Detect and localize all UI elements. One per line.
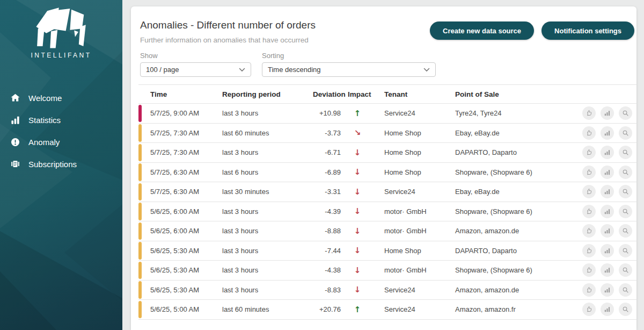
severity-bar — [138, 281, 142, 299]
row-actions — [576, 303, 636, 316]
thumbs-up-icon — [585, 227, 593, 235]
bar-chart-icon — [603, 109, 611, 117]
search-button[interactable] — [619, 244, 632, 257]
thumbs-up-button[interactable] — [582, 244, 596, 257]
sidebar-item-label: Subscriptions — [28, 160, 77, 169]
table-row: 5/6/25, 5:30 AM last 3 hours -4.38 ↓ mot… — [138, 261, 636, 281]
bar-chart-button[interactable] — [601, 244, 614, 257]
bar-chart-button[interactable] — [601, 166, 614, 179]
thumbs-up-button[interactable] — [582, 205, 596, 218]
sidebar-item-welcome[interactable]: Welcome — [0, 87, 122, 109]
row-deviation: -7.44 — [313, 247, 341, 255]
page-size-value: 100 / page — [146, 66, 179, 74]
search-button[interactable] — [619, 126, 632, 140]
bar-chart-icon — [603, 188, 611, 196]
row-time: 5/6/25, 5:00 AM — [138, 305, 222, 313]
table-row: 5/7/25, 7:30 AM last 60 minutes -3.73 ↘ … — [138, 124, 636, 144]
search-button[interactable] — [619, 263, 632, 277]
row-deviation: +10.98 — [313, 109, 341, 117]
bar-chart-icon — [603, 207, 611, 216]
bar-chart-icon — [603, 168, 611, 176]
table-header-row: Time Reporting period Deviation Impact T… — [138, 84, 636, 104]
thumbs-up-button[interactable] — [582, 146, 596, 159]
search-button[interactable] — [619, 166, 632, 179]
row-tenant: Home Shop — [374, 148, 445, 156]
row-reporting-period: last 3 hours — [222, 266, 313, 274]
thumbs-up-button[interactable] — [582, 126, 596, 140]
search-icon — [621, 207, 630, 216]
row-actions — [576, 224, 636, 238]
sidebar-item-anomaly[interactable]: Anomaly — [0, 131, 122, 153]
search-icon — [621, 168, 630, 176]
thumbs-up-button[interactable] — [582, 224, 596, 238]
bar-chart-icon — [603, 227, 611, 235]
bar-chart-icon — [10, 115, 20, 126]
impact-arrow: ↓ — [341, 285, 374, 295]
bar-chart-icon — [603, 148, 611, 156]
thumbs-up-button[interactable] — [582, 303, 596, 316]
row-time: 5/7/25, 7:30 AM — [138, 129, 222, 137]
row-reporting-period: last 3 hours — [222, 227, 313, 235]
row-time: 5/7/25, 9:00 AM — [138, 109, 222, 117]
sidebar-item-subscriptions[interactable]: Subscriptions — [0, 153, 122, 175]
bar-chart-button[interactable] — [601, 283, 614, 297]
row-actions — [576, 244, 636, 257]
row-reporting-period: last 30 minutes — [222, 188, 313, 196]
row-tenant: Home Shop — [374, 247, 445, 255]
search-button[interactable] — [619, 303, 632, 316]
impact-arrow: ↓ — [341, 266, 374, 275]
row-reporting-period: last 3 hours — [222, 247, 313, 255]
thumbs-up-button[interactable] — [582, 263, 596, 277]
row-tenant: motor· GmbH — [374, 227, 445, 235]
bar-chart-button[interactable] — [601, 106, 614, 120]
search-icon — [621, 148, 630, 156]
column-header-point-of-sale: Point of Sale — [445, 90, 576, 98]
row-actions — [576, 185, 636, 198]
row-time: 5/6/25, 6:00 AM — [138, 207, 222, 216]
search-button[interactable] — [619, 283, 632, 297]
table-row: 5/6/25, 5:00 AM last 60 minutes +20.76 ↑… — [138, 300, 636, 320]
bar-chart-button[interactable] — [601, 303, 614, 316]
table-row: 5/7/25, 6:30 AM last 6 hours -6.89 ↓ Hom… — [138, 163, 636, 183]
page-size-select[interactable]: 100 / page — [140, 62, 251, 77]
row-actions — [576, 205, 636, 218]
row-point-of-sale: Shopware, (Shopware 6) — [445, 168, 576, 176]
bar-chart-button[interactable] — [601, 224, 614, 238]
sorting-select[interactable]: Time descending — [262, 62, 436, 77]
impact-arrow: ↘ — [341, 128, 374, 138]
sidebar-item-label: Anomaly — [28, 138, 60, 147]
thumbs-up-button[interactable] — [582, 185, 596, 198]
subscriptions-icon — [10, 159, 20, 170]
row-point-of-sale: DAPARTO, Daparto — [445, 148, 576, 156]
search-button[interactable] — [619, 185, 632, 198]
thumbs-up-button[interactable] — [582, 106, 596, 120]
search-button[interactable] — [619, 146, 632, 159]
notification-settings-button[interactable]: Notification settings — [541, 21, 634, 40]
search-button[interactable] — [619, 205, 632, 218]
brand-name: INTELLIFANT — [0, 52, 122, 59]
intellifant-elephant-logo — [32, 5, 90, 49]
sidebar-nav: Welcome Statistics Anomaly — [0, 87, 122, 175]
bar-chart-button[interactable] — [601, 263, 614, 277]
sidebar-item-statistics[interactable]: Statistics — [0, 109, 122, 131]
search-button[interactable] — [619, 224, 632, 238]
bar-chart-button[interactable] — [601, 146, 614, 159]
table-row: 5/7/25, 9:00 AM last 3 hours +10.98 ↑ Se… — [138, 104, 636, 124]
row-time: 5/6/25, 5:30 AM — [138, 247, 222, 255]
bar-chart-button[interactable] — [601, 185, 614, 198]
severity-bar — [138, 144, 142, 162]
thumbs-up-button[interactable] — [582, 283, 596, 297]
bar-chart-button[interactable] — [601, 205, 614, 218]
search-button[interactable] — [619, 106, 632, 120]
thumbs-up-button[interactable] — [582, 166, 596, 179]
bar-chart-icon — [603, 247, 611, 255]
bar-chart-button[interactable] — [601, 126, 614, 140]
row-tenant: Service24 — [374, 305, 445, 313]
sorting-value: Time descending — [268, 66, 321, 74]
thumbs-up-icon — [585, 188, 593, 196]
bar-chart-icon — [603, 266, 611, 274]
create-data-source-button[interactable]: Create new data source — [430, 21, 534, 40]
row-reporting-period: last 3 hours — [222, 286, 313, 294]
filters-row: Show 100 / page Sorting Time descending — [140, 52, 636, 77]
row-time: 5/7/25, 7:30 AM — [138, 148, 222, 156]
